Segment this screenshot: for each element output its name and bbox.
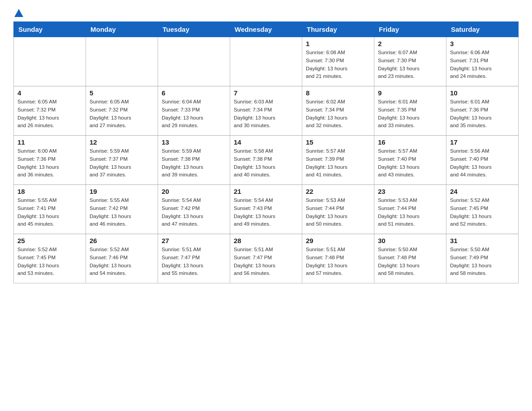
calendar-cell: 28Sunrise: 5:51 AM Sunset: 7:47 PM Dayli…: [230, 234, 302, 283]
day-info: Sunrise: 6:00 AM Sunset: 7:36 PM Dayligh…: [17, 147, 82, 179]
day-info: Sunrise: 5:59 AM Sunset: 7:37 PM Dayligh…: [90, 147, 154, 179]
day-info: Sunrise: 6:04 AM Sunset: 7:33 PM Dayligh…: [162, 98, 226, 130]
day-info: Sunrise: 5:53 AM Sunset: 7:44 PM Dayligh…: [378, 197, 442, 228]
day-info: Sunrise: 5:54 AM Sunset: 7:43 PM Dayligh…: [234, 197, 298, 228]
day-info: Sunrise: 6:06 AM Sunset: 7:31 PM Dayligh…: [450, 49, 515, 81]
calendar-header-row: SundayMondayTuesdayWednesdayThursdayFrid…: [14, 22, 519, 37]
day-number: 22: [306, 188, 370, 195]
calendar-cell: 4Sunrise: 6:05 AM Sunset: 7:32 PM Daylig…: [14, 86, 86, 136]
calendar-table: SundayMondayTuesdayWednesdayThursdayFrid…: [13, 21, 519, 283]
weekday-header-friday: Friday: [374, 22, 446, 37]
day-info: Sunrise: 6:05 AM Sunset: 7:32 PM Dayligh…: [17, 98, 82, 130]
day-number: 21: [234, 188, 298, 195]
day-number: 13: [162, 138, 226, 146]
calendar-cell: 27Sunrise: 5:51 AM Sunset: 7:47 PM Dayli…: [158, 234, 230, 283]
day-number: 9: [378, 89, 442, 97]
day-number: 12: [90, 138, 154, 146]
calendar-week-row: 4Sunrise: 6:05 AM Sunset: 7:32 PM Daylig…: [14, 86, 519, 136]
day-number: 26: [90, 237, 154, 244]
day-info: Sunrise: 5:52 AM Sunset: 7:45 PM Dayligh…: [17, 246, 82, 278]
calendar-cell: 8Sunrise: 6:02 AM Sunset: 7:34 PM Daylig…: [302, 86, 374, 136]
day-info: Sunrise: 6:07 AM Sunset: 7:30 PM Dayligh…: [378, 49, 442, 81]
weekday-header-sunday: Sunday: [14, 22, 86, 37]
calendar-week-row: 18Sunrise: 5:55 AM Sunset: 7:41 PM Dayli…: [14, 185, 519, 234]
day-number: 28: [234, 237, 298, 244]
day-number: 11: [17, 138, 82, 146]
day-number: 8: [306, 89, 370, 97]
day-number: 16: [378, 138, 442, 146]
calendar-cell: 12Sunrise: 5:59 AM Sunset: 7:37 PM Dayli…: [86, 136, 158, 185]
calendar-week-row: 1Sunrise: 6:08 AM Sunset: 7:30 PM Daylig…: [14, 37, 519, 86]
calendar-cell: 19Sunrise: 5:55 AM Sunset: 7:42 PM Dayli…: [86, 185, 158, 234]
day-number: 25: [17, 237, 82, 244]
day-info: Sunrise: 6:01 AM Sunset: 7:36 PM Dayligh…: [450, 98, 515, 130]
calendar-cell: 20Sunrise: 5:54 AM Sunset: 7:42 PM Dayli…: [158, 185, 230, 234]
weekday-header-thursday: Thursday: [302, 22, 374, 37]
day-number: 4: [17, 89, 82, 97]
weekday-header-monday: Monday: [86, 22, 158, 37]
day-info: Sunrise: 6:05 AM Sunset: 7:32 PM Dayligh…: [90, 98, 154, 130]
day-number: 2: [378, 40, 442, 47]
page-header: [13, 9, 519, 17]
logo: [13, 9, 24, 17]
calendar-cell: 16Sunrise: 5:57 AM Sunset: 7:40 PM Dayli…: [374, 136, 446, 185]
calendar-week-row: 11Sunrise: 6:00 AM Sunset: 7:36 PM Dayli…: [14, 136, 519, 185]
calendar-cell: 17Sunrise: 5:56 AM Sunset: 7:40 PM Dayli…: [446, 136, 519, 185]
day-number: 10: [450, 89, 515, 97]
day-info: Sunrise: 6:02 AM Sunset: 7:34 PM Dayligh…: [306, 98, 370, 130]
calendar-cell: 26Sunrise: 5:52 AM Sunset: 7:46 PM Dayli…: [86, 234, 158, 283]
day-number: 1: [306, 40, 370, 47]
calendar-cell: 5Sunrise: 6:05 AM Sunset: 7:32 PM Daylig…: [86, 86, 158, 136]
day-number: 30: [378, 237, 442, 244]
day-number: 24: [450, 188, 515, 195]
calendar-cell: 6Sunrise: 6:04 AM Sunset: 7:33 PM Daylig…: [158, 86, 230, 136]
calendar-cell: [86, 37, 158, 86]
day-info: Sunrise: 6:08 AM Sunset: 7:30 PM Dayligh…: [306, 49, 370, 81]
weekday-header-tuesday: Tuesday: [158, 22, 230, 37]
calendar-cell: 25Sunrise: 5:52 AM Sunset: 7:45 PM Dayli…: [14, 234, 86, 283]
calendar-cell: 21Sunrise: 5:54 AM Sunset: 7:43 PM Dayli…: [230, 185, 302, 234]
day-info: Sunrise: 5:59 AM Sunset: 7:38 PM Dayligh…: [162, 147, 226, 179]
day-number: 15: [306, 138, 370, 146]
weekday-header-wednesday: Wednesday: [230, 22, 302, 37]
day-info: Sunrise: 5:51 AM Sunset: 7:47 PM Dayligh…: [234, 246, 298, 278]
calendar-cell: 31Sunrise: 5:50 AM Sunset: 7:49 PM Dayli…: [446, 234, 519, 283]
calendar-cell: 24Sunrise: 5:52 AM Sunset: 7:45 PM Dayli…: [446, 185, 519, 234]
day-number: 20: [162, 188, 226, 195]
day-info: Sunrise: 5:58 AM Sunset: 7:38 PM Dayligh…: [234, 147, 298, 179]
calendar-cell: [230, 37, 302, 86]
day-info: Sunrise: 5:57 AM Sunset: 7:39 PM Dayligh…: [306, 147, 370, 179]
day-number: 6: [162, 89, 226, 97]
calendar-cell: 22Sunrise: 5:53 AM Sunset: 7:44 PM Dayli…: [302, 185, 374, 234]
day-number: 5: [90, 89, 154, 97]
day-info: Sunrise: 5:50 AM Sunset: 7:49 PM Dayligh…: [450, 246, 515, 278]
day-info: Sunrise: 5:51 AM Sunset: 7:47 PM Dayligh…: [162, 246, 226, 278]
calendar-cell: [14, 37, 86, 86]
day-info: Sunrise: 5:53 AM Sunset: 7:44 PM Dayligh…: [306, 197, 370, 228]
calendar-cell: 14Sunrise: 5:58 AM Sunset: 7:38 PM Dayli…: [230, 136, 302, 185]
day-number: 14: [234, 138, 298, 146]
calendar-cell: 7Sunrise: 6:03 AM Sunset: 7:34 PM Daylig…: [230, 86, 302, 136]
calendar-cell: 13Sunrise: 5:59 AM Sunset: 7:38 PM Dayli…: [158, 136, 230, 185]
day-number: 18: [17, 188, 82, 195]
day-number: 19: [90, 188, 154, 195]
day-number: 29: [306, 237, 370, 244]
day-number: 7: [234, 89, 298, 97]
calendar-cell: 15Sunrise: 5:57 AM Sunset: 7:39 PM Dayli…: [302, 136, 374, 185]
calendar-cell: 1Sunrise: 6:08 AM Sunset: 7:30 PM Daylig…: [302, 37, 374, 86]
day-info: Sunrise: 5:54 AM Sunset: 7:42 PM Dayligh…: [162, 197, 226, 228]
calendar-cell: 10Sunrise: 6:01 AM Sunset: 7:36 PM Dayli…: [446, 86, 519, 136]
day-info: Sunrise: 5:50 AM Sunset: 7:48 PM Dayligh…: [378, 246, 442, 278]
calendar-cell: 18Sunrise: 5:55 AM Sunset: 7:41 PM Dayli…: [14, 185, 86, 234]
logo-triangle-icon: [14, 9, 23, 17]
day-info: Sunrise: 5:55 AM Sunset: 7:41 PM Dayligh…: [17, 197, 82, 228]
day-number: 17: [450, 138, 515, 146]
day-info: Sunrise: 5:57 AM Sunset: 7:40 PM Dayligh…: [378, 147, 442, 179]
day-info: Sunrise: 5:52 AM Sunset: 7:45 PM Dayligh…: [450, 197, 515, 228]
day-number: 27: [162, 237, 226, 244]
calendar-cell: 23Sunrise: 5:53 AM Sunset: 7:44 PM Dayli…: [374, 185, 446, 234]
calendar-cell: 29Sunrise: 5:51 AM Sunset: 7:48 PM Dayli…: [302, 234, 374, 283]
calendar-cell: 9Sunrise: 6:01 AM Sunset: 7:35 PM Daylig…: [374, 86, 446, 136]
calendar-cell: 2Sunrise: 6:07 AM Sunset: 7:30 PM Daylig…: [374, 37, 446, 86]
weekday-header-saturday: Saturday: [446, 22, 519, 37]
